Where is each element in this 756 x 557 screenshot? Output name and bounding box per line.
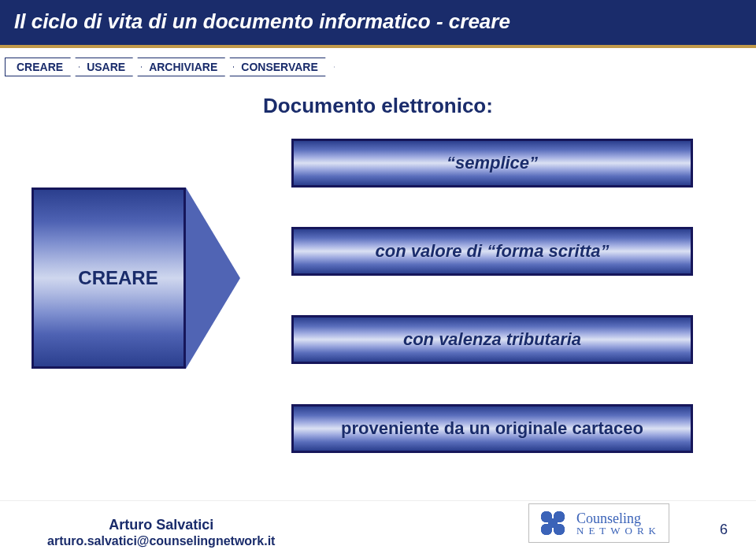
- process-step-label: ARCHIVIARE: [149, 61, 217, 73]
- creare-arrow-label: CREARE: [32, 188, 205, 369]
- process-step-conservare: CONSERVARE: [229, 58, 335, 76]
- process-step-usare: USARE: [75, 58, 142, 76]
- logo-line2: NETWORK: [576, 525, 661, 536]
- result-box-cartaceo: proveniente da un originale cartaceo: [291, 404, 693, 453]
- slide-title: Il ciclo di vita di un documento informa…: [0, 0, 756, 48]
- result-box-semplice: “semplice”: [291, 139, 693, 188]
- result-text: con valenza tributaria: [403, 329, 581, 350]
- result-text: con valore di “forma scritta”: [375, 241, 609, 262]
- page-number-text: 6: [720, 522, 728, 537]
- slide-footer: Arturo Salvatici arturo.salvatici@counse…: [0, 500, 756, 557]
- diagram-area: CREARE “semplice” con valore di “forma s…: [0, 132, 756, 471]
- footer-author-name: Arturo Salvatici: [47, 516, 275, 534]
- logo-text-block: Counseling NETWORK: [576, 511, 661, 536]
- result-box-forma-scritta: con valore di “forma scritta”: [291, 227, 693, 276]
- footer-author-email: arturo.salvatici@counselingnetwork.it: [47, 533, 275, 549]
- result-box-tributaria: con valenza tributaria: [291, 315, 693, 364]
- creare-arrow-label-text: CREARE: [78, 267, 158, 289]
- slide-title-text: Il ciclo di vita di un documento informa…: [14, 9, 510, 33]
- process-arrow-strip: CREARE USARE ARCHIVIARE CONSERVARE: [5, 58, 756, 76]
- footer-logo: Counseling NETWORK: [528, 503, 669, 543]
- result-text: “semplice”: [447, 153, 538, 173]
- logo-line1: Counseling: [576, 511, 661, 525]
- process-step-archiviare: ARCHIVIARE: [137, 58, 234, 76]
- process-step-label: CREARE: [17, 61, 63, 73]
- footer-author-block: Arturo Salvatici arturo.salvatici@counse…: [47, 516, 275, 550]
- result-text: proveniente da un originale cartaceo: [341, 418, 643, 439]
- process-step-label: CONSERVARE: [241, 61, 318, 73]
- process-step-creare: CREARE: [5, 58, 80, 76]
- process-step-label: USARE: [87, 61, 125, 73]
- creare-arrow-block: CREARE: [32, 188, 240, 369]
- section-heading: Documento elettronico:: [0, 94, 756, 118]
- page-number: 6: [720, 522, 728, 538]
- logo-knot-icon: [537, 507, 569, 539]
- section-heading-text: Documento elettronico:: [263, 94, 493, 117]
